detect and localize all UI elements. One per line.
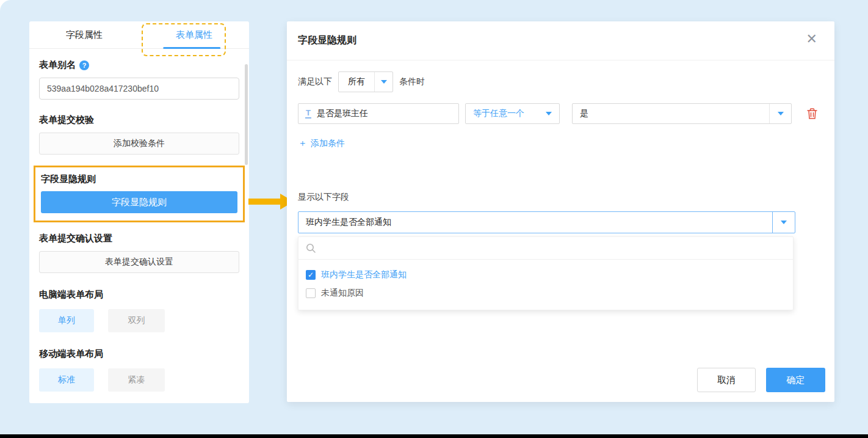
dropdown-search-row <box>298 237 793 260</box>
pc-layout-label: 电脑端表单布局 <box>39 289 239 301</box>
panel-tabs: 字段属性 表单属性 <box>29 21 249 49</box>
field-visibility-rules-button[interactable]: 字段显隐规则 <box>41 191 237 213</box>
tab-form-properties[interactable]: 表单属性 <box>139 21 249 48</box>
tab-field-properties[interactable]: 字段属性 <box>29 21 139 48</box>
plus-icon: ＋ <box>298 137 307 149</box>
condition-match-row: 满足以下 所有 条件时 <box>298 71 823 92</box>
condition-suffix-text: 条件时 <box>399 76 425 87</box>
field-visibility-rules-dialog: 字段显隐规则 ✕ 满足以下 所有 条件时 T 是否是班主任 等于任意一个 <box>287 21 834 402</box>
pc-layout-double-column-button[interactable]: 双列 <box>108 309 165 332</box>
match-mode-select[interactable]: 所有 <box>338 71 393 92</box>
mobile-layout-label: 移动端表单布局 <box>39 348 239 360</box>
chevron-down-icon <box>546 112 552 115</box>
submit-confirm-label: 表单提交确认设置 <box>39 233 239 244</box>
active-tab-underline <box>163 47 220 49</box>
text-field-type-icon: T <box>305 109 311 119</box>
show-fields-label: 显示以下字段 <box>298 192 823 203</box>
condition-row: T 是否是班主任 等于任意一个 是 <box>298 103 823 124</box>
dialog-header: 字段显隐规则 ✕ <box>287 21 834 60</box>
add-condition-label: 添加条件 <box>311 138 345 149</box>
form-alias-input[interactable] <box>39 78 239 100</box>
delete-condition-button[interactable] <box>806 108 818 120</box>
dialog-footer: 取消 确定 <box>697 368 825 392</box>
add-condition-button[interactable]: ＋ 添加条件 <box>298 137 345 149</box>
dropdown-options: ✓ 班内学生是否全部通知 未通知原因 <box>298 260 793 310</box>
form-alias-label-row: 表单别名 ? <box>39 59 239 71</box>
trash-icon <box>806 108 818 120</box>
form-properties-panel: 字段属性 表单属性 表单别名 ? 表单提交校验 添加校验条件 字段显隐规则 字段… <box>29 21 249 403</box>
chevron-down-icon <box>778 112 784 115</box>
checkbox-unchecked-icon[interactable] <box>306 288 316 298</box>
condition-operator-select[interactable]: 等于任意一个 <box>465 103 560 124</box>
show-fields-caret-cell[interactable] <box>772 212 795 233</box>
dropdown-option-checked[interactable]: ✓ 班内学生是否全部通知 <box>306 266 786 284</box>
panel-scrollbar[interactable] <box>245 64 248 165</box>
condition-operator-value: 等于任意一个 <box>473 108 524 119</box>
help-icon[interactable]: ? <box>79 60 89 70</box>
search-icon <box>306 243 316 254</box>
window-bottom-edge <box>0 434 868 438</box>
condition-value-select[interactable]: 是 <box>572 103 792 124</box>
submit-validation-label: 表单提交校验 <box>39 114 239 126</box>
condition-value-text: 是 <box>573 104 769 123</box>
chevron-down-icon <box>381 80 387 84</box>
dropdown-option-label: 班内学生是否全部通知 <box>321 269 407 280</box>
show-fields-select[interactable]: 班内学生是否全部通知 <box>298 211 795 233</box>
tab-field-properties-label: 字段属性 <box>66 29 103 41</box>
dropdown-option-unchecked[interactable]: 未通知原因 <box>306 284 786 302</box>
match-mode-value: 所有 <box>339 72 374 92</box>
mobile-layout-toggle: 标准 紧凑 <box>39 368 239 392</box>
show-fields-select-value: 班内学生是否全部通知 <box>298 212 772 233</box>
condition-prefix-text: 满足以下 <box>298 76 332 87</box>
condition-value-caret-cell[interactable] <box>769 104 791 123</box>
condition-field-value: 是否是班主任 <box>317 108 368 119</box>
checkbox-checked-icon[interactable]: ✓ <box>306 270 316 280</box>
add-validation-condition-button[interactable]: 添加校验条件 <box>39 133 239 155</box>
annotation-arrow-shaft <box>248 199 281 205</box>
submit-confirm-settings-button[interactable]: 表单提交确认设置 <box>39 251 239 273</box>
mobile-layout-compact-button[interactable]: 紧凑 <box>108 368 165 392</box>
field-visibility-label: 字段显隐规则 <box>41 173 237 185</box>
close-icon[interactable]: ✕ <box>806 32 817 46</box>
dialog-title: 字段显隐规则 <box>298 34 356 47</box>
annotation-highlight-box: 字段显隐规则 字段显隐规则 <box>34 166 245 222</box>
condition-field-select[interactable]: T 是否是班主任 <box>298 103 459 124</box>
dropdown-search-input[interactable] <box>321 243 786 253</box>
form-alias-label: 表单别名 <box>39 59 76 71</box>
mobile-layout-standard-button[interactable]: 标准 <box>39 368 94 392</box>
match-mode-caret-cell[interactable] <box>374 72 392 92</box>
confirm-button[interactable]: 确定 <box>766 368 825 392</box>
pc-layout-single-column-button[interactable]: 单列 <box>39 309 94 332</box>
pc-layout-toggle: 单列 双列 <box>39 309 239 332</box>
cancel-button[interactable]: 取消 <box>697 368 756 392</box>
chevron-down-icon <box>781 221 787 224</box>
dropdown-option-label: 未通知原因 <box>321 288 364 299</box>
show-fields-dropdown-panel: ✓ 班内学生是否全部通知 未通知原因 <box>298 236 794 310</box>
tab-form-properties-label: 表单属性 <box>176 29 212 41</box>
